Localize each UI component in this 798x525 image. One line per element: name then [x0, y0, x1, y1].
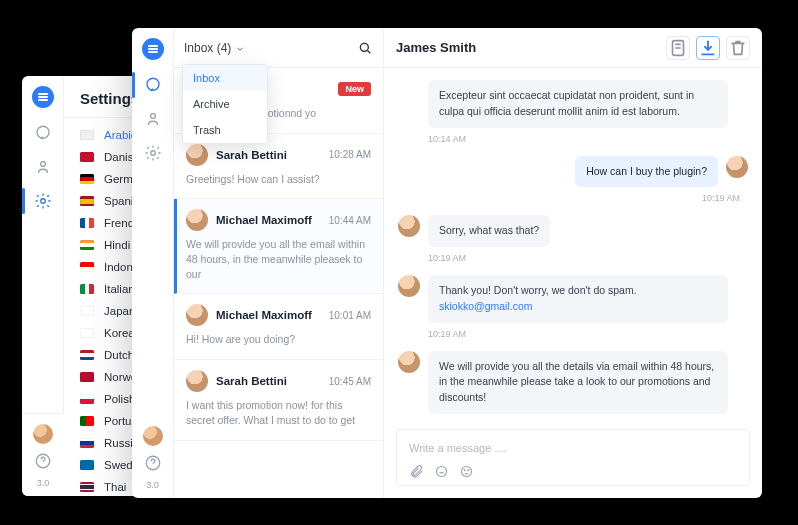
language-label: Hindi: [104, 239, 130, 251]
message-timestamp: 10:14 AM: [428, 134, 748, 144]
version-label: 3.0: [146, 480, 159, 490]
flag-icon: [80, 416, 94, 426]
language-label: Italian: [104, 283, 135, 295]
flag-icon: [80, 152, 94, 162]
dropdown-item[interactable]: Trash: [183, 117, 267, 143]
avatar: [186, 144, 208, 166]
search-icon[interactable]: [357, 40, 373, 56]
flag-icon: [80, 372, 94, 382]
conversation-time: 10:01 AM: [329, 310, 371, 321]
conversation-name: Michael Maximoff: [216, 214, 321, 226]
avatar: [186, 304, 208, 326]
message-bubble: How can I buy the plugin?: [575, 156, 718, 188]
flag-icon: [80, 240, 94, 250]
svg-point-12: [464, 470, 465, 471]
attachment-icon[interactable]: [409, 464, 424, 479]
conversation-name: Sarah Bettini: [216, 149, 321, 161]
message-timestamp: 10:19 AM: [428, 329, 748, 339]
inbox-toolbar: Inbox (4) InboxArchiveTrash: [174, 28, 383, 68]
svg-point-13: [468, 470, 469, 471]
message-bubble: Excepteur sint occaecat cupidatat non pr…: [428, 80, 728, 128]
conversation-item[interactable]: Michael Maximoff10:01 AMHi! How are you …: [174, 294, 383, 360]
chevron-down-icon: [235, 43, 245, 53]
language-label: Thai: [104, 481, 126, 493]
avatar[interactable]: [33, 424, 53, 444]
message-pane: James Smith Excepteur sint occaecat cupi…: [384, 28, 762, 498]
download-icon[interactable]: [696, 36, 720, 60]
avatar: [398, 215, 420, 237]
conversation-snippet: We will provide you all the email within…: [186, 237, 371, 281]
flag-icon: [80, 218, 94, 228]
conversation-snippet: Hi! How are you doing?: [186, 332, 371, 347]
inbox-dropdown: InboxArchiveTrash: [182, 64, 268, 144]
svg-point-1: [40, 162, 45, 167]
svg-point-6: [150, 151, 155, 156]
gear-icon[interactable]: [34, 192, 52, 210]
message-bubble: We will provide you all the details via …: [428, 351, 728, 414]
flag-icon: [80, 328, 94, 338]
message-bubble: Sorry, what was that?: [428, 215, 550, 247]
conversation-name: Sarah Bettini: [216, 375, 321, 387]
svg-point-10: [437, 467, 447, 477]
svg-point-0: [37, 126, 49, 138]
flag-icon: [80, 174, 94, 184]
flag-icon: [80, 130, 94, 140]
help-icon[interactable]: [34, 452, 52, 470]
conversation-time: 10:28 AM: [329, 149, 371, 160]
trash-icon[interactable]: [726, 36, 750, 60]
svg-point-8: [360, 43, 368, 51]
flag-icon: [80, 394, 94, 404]
message-row: How can I buy the plugin?: [398, 156, 748, 188]
conversation-name: Michael Maximoff: [216, 309, 321, 321]
svg-point-11: [462, 467, 472, 477]
avatar: [186, 209, 208, 231]
flag-icon: [80, 438, 94, 448]
svg-point-2: [40, 199, 45, 204]
conversation-time: 10:44 AM: [329, 215, 371, 226]
emoji-icon[interactable]: [459, 464, 474, 479]
settings-rail: 3.0: [22, 76, 64, 496]
saved-reply-icon[interactable]: [434, 464, 449, 479]
conversation-title: James Smith: [396, 40, 476, 55]
new-badge: New: [338, 82, 371, 96]
help-icon[interactable]: [144, 454, 162, 472]
message-row: Thank you! Don't worry, we don't do spam…: [398, 275, 748, 323]
chat-icon[interactable]: [144, 76, 162, 94]
language-label: Dutch: [104, 349, 134, 361]
avatar: [398, 275, 420, 297]
flag-icon: [80, 262, 94, 272]
flag-icon: [80, 284, 94, 294]
avatar: [726, 156, 748, 178]
dropdown-item[interactable]: Archive: [183, 91, 267, 117]
conversation-snippet: I want this promotion now! for this secr…: [186, 398, 371, 427]
svg-point-5: [150, 114, 155, 119]
message-timestamp: 10:19 AM: [398, 193, 740, 203]
conversation-snippet: Greetings! How can I assist?: [186, 172, 371, 187]
flag-icon: [80, 482, 94, 492]
flag-icon: [80, 460, 94, 470]
composer: [396, 429, 750, 486]
conversation-item[interactable]: Sarah Bettini10:45 AMI want this promoti…: [174, 360, 383, 440]
transcript-icon[interactable]: [666, 36, 690, 60]
message-bubble: Thank you! Don't worry, we don't do spam…: [428, 275, 728, 323]
conversation-header: James Smith: [384, 28, 762, 68]
app-logo-icon: [142, 38, 164, 60]
flag-icon: [80, 306, 94, 316]
users-icon[interactable]: [34, 158, 52, 176]
users-icon[interactable]: [144, 110, 162, 128]
chat-icon[interactable]: [34, 124, 52, 142]
chat-window: 3.0 Inbox (4) InboxArchiveTrash sa Satta…: [132, 28, 762, 498]
message-input[interactable]: [409, 442, 737, 454]
dropdown-item[interactable]: Inbox: [183, 65, 267, 91]
inbox-dropdown-trigger[interactable]: Inbox (4): [184, 41, 245, 55]
message-timestamp: 10:19 AM: [428, 253, 748, 263]
conversation-time: 10:45 AM: [329, 376, 371, 387]
gear-icon[interactable]: [144, 144, 162, 162]
message-row: Excepteur sint occaecat cupidatat non pr…: [398, 80, 748, 128]
conversation-pane: Inbox (4) InboxArchiveTrash sa SattaNewn…: [174, 28, 384, 498]
svg-point-4: [147, 78, 159, 90]
conversation-item[interactable]: Michael Maximoff10:44 AMWe will provide …: [174, 199, 383, 294]
flag-icon: [80, 350, 94, 360]
avatar[interactable]: [143, 426, 163, 446]
message-list: Excepteur sint occaecat cupidatat non pr…: [384, 68, 762, 429]
